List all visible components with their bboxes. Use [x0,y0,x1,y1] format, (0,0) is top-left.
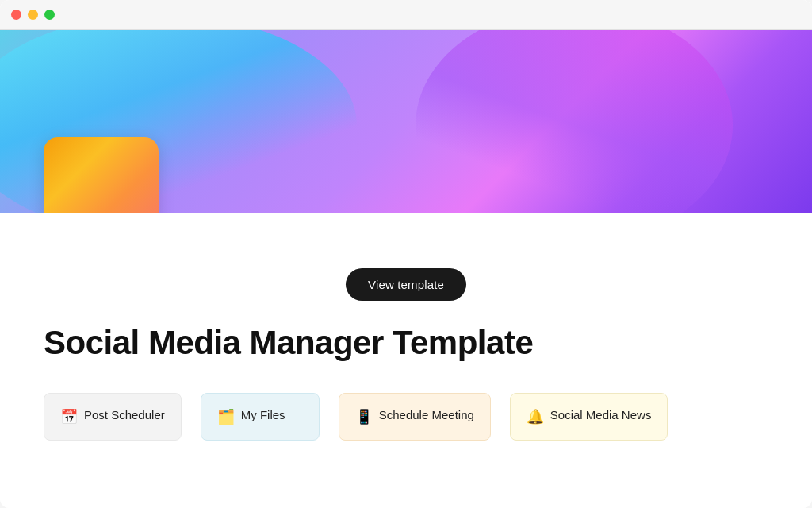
app-window: View template Social Media Manager Templ… [0,0,812,508]
social-media-news-icon: 🔔 [527,407,544,427]
page-body: View template Social Media Manager Templ… [0,213,812,472]
maximize-button[interactable] [44,10,55,20]
titlebar [0,0,812,30]
view-template-button[interactable]: View template [346,268,466,301]
social-media-news-label: Social Media News [550,406,652,423]
schedule-meeting-label: Schedule Meeting [379,406,474,423]
post-scheduler-label: Post Scheduler [84,406,165,423]
page-title: Social Media Manager Template [44,325,768,361]
card-social-media-news[interactable]: 🔔 Social Media News [510,393,668,441]
my-files-label: My Files [241,406,285,423]
hero-banner [0,30,812,213]
cards-row: 📅 Post Scheduler 🗂️ My Files 📱 Schedule … [44,393,768,441]
schedule-meeting-icon: 📱 [355,407,373,427]
post-scheduler-icon: 📅 [60,407,78,427]
my-files-icon: 🗂️ [217,407,235,427]
card-schedule-meeting[interactable]: 📱 Schedule Meeting [339,393,491,441]
main-content: View template Social Media Manager Templ… [0,30,812,508]
close-button[interactable] [11,10,21,20]
card-post-scheduler[interactable]: 📅 Post Scheduler [44,393,182,441]
card-my-files[interactable]: 🗂️ My Files [201,393,320,441]
minimize-button[interactable] [28,10,38,20]
app-icon [44,137,159,213]
